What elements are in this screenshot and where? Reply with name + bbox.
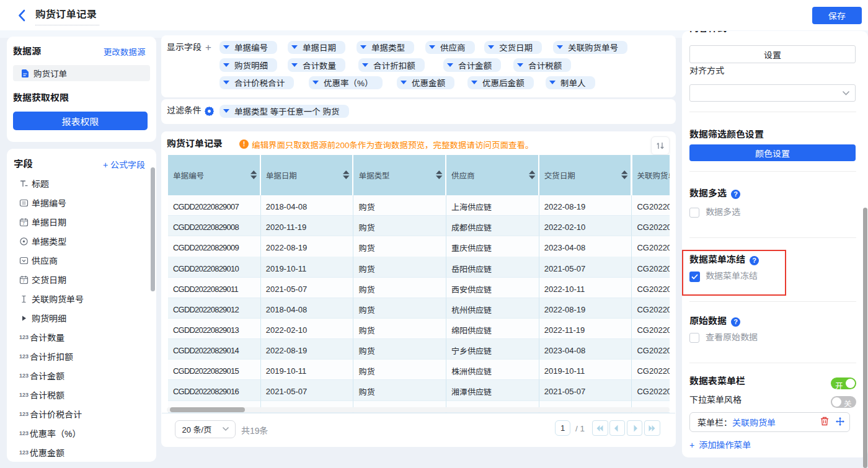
svg-text:7: 7 [22, 221, 25, 225]
svg-text:7: 7 [22, 278, 25, 283]
